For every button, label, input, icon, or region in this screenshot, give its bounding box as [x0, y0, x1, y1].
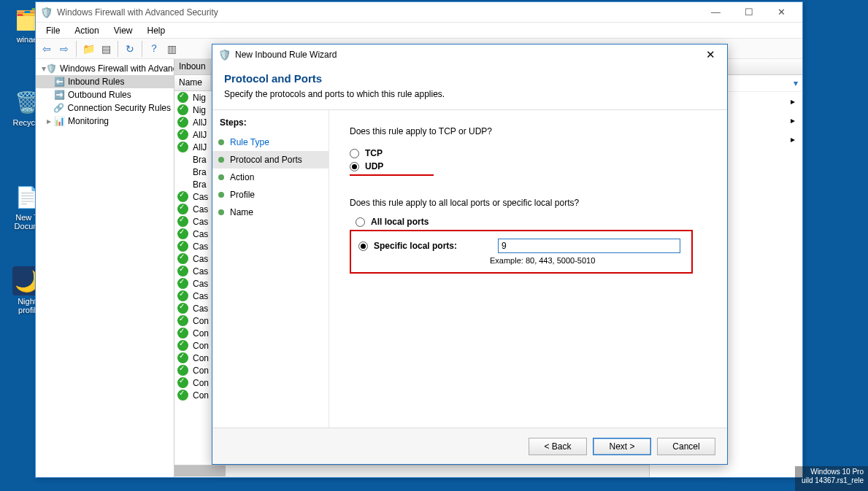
- list-icon[interactable]: ▤: [98, 41, 114, 57]
- step-link[interactable]: Rule Type: [230, 137, 269, 147]
- enabled-icon: [177, 303, 188, 314]
- rule-name: Cas: [193, 217, 208, 227]
- help-icon[interactable]: ？: [146, 41, 162, 57]
- radio-icon[interactable]: [358, 241, 368, 251]
- rule-name: AllJ: [193, 142, 207, 152]
- wizard-header: Protocol and Ports Specify the protocols…: [212, 65, 727, 109]
- highlight-underline: [350, 174, 434, 176]
- firewall-icon: 🛡️: [46, 63, 57, 74]
- enabled-icon: [177, 365, 188, 376]
- rule-name: Cas: [193, 192, 208, 202]
- step-name[interactable]: Name: [212, 204, 329, 221]
- enabled-icon: [177, 278, 188, 289]
- close-button[interactable]: ✕: [765, 3, 798, 22]
- close-button[interactable]: ✕: [699, 46, 721, 63]
- enabled-icon: [177, 290, 188, 301]
- scrollbar-thumb[interactable]: [174, 465, 226, 476]
- enabled-icon: [177, 266, 188, 277]
- enabled-icon: [177, 328, 188, 339]
- question-ports: Does this rule apply to all local ports …: [350, 198, 707, 208]
- properties-icon[interactable]: ▥: [164, 41, 180, 57]
- wizard-titlebar[interactable]: 🛡️ New Inbound Rule Wizard ✕: [212, 45, 727, 65]
- rule-name: Con: [193, 316, 209, 326]
- tree-item-monitoring[interactable]: ▸ 📊 Monitoring: [36, 115, 174, 128]
- separator: [118, 41, 118, 57]
- radio-icon[interactable]: [350, 162, 359, 171]
- enabled-icon: [177, 228, 188, 239]
- tree-root-item[interactable]: ▾ 🛡️ Windows Firewall with Advance: [36, 62, 174, 75]
- rule-name: Con: [193, 378, 209, 388]
- rule-name: Cas: [193, 254, 208, 264]
- radio-icon[interactable]: [356, 217, 365, 227]
- radio-tcp[interactable]: TCP: [350, 148, 707, 158]
- enabled-icon: [177, 377, 188, 388]
- wizard-content: Does this rule apply to TCP or UDP? TCP …: [329, 110, 727, 428]
- menu-file[interactable]: File: [39, 24, 67, 37]
- rule-name: AllJ: [193, 130, 207, 140]
- radio-label: TCP: [365, 148, 383, 158]
- wizard-icon: 🛡️: [218, 49, 231, 61]
- rule-name: Con: [193, 366, 209, 376]
- titlebar[interactable]: 🛡️ Windows Firewall with Advanced Securi…: [36, 2, 802, 23]
- enabled-icon: [177, 340, 188, 351]
- step-bullet-icon: [218, 209, 224, 215]
- step-protocol-ports[interactable]: Protocol and Ports: [212, 151, 329, 169]
- maximize-button[interactable]: ☐: [732, 3, 765, 22]
- enabled-icon: [177, 92, 188, 103]
- rule-name: Bra: [193, 167, 207, 177]
- step-bullet-icon: [218, 192, 224, 198]
- port-input[interactable]: [498, 239, 680, 253]
- step-action[interactable]: Action: [212, 169, 329, 186]
- radio-all-ports[interactable]: All local ports: [356, 217, 707, 227]
- folder-up-icon[interactable]: 📁: [80, 41, 96, 57]
- horizontal-scrollbar[interactable]: [174, 465, 649, 477]
- radio-udp[interactable]: UDP: [350, 161, 707, 171]
- minimize-button[interactable]: —: [699, 3, 732, 22]
- step-label: Profile: [230, 190, 255, 200]
- separator: [142, 41, 142, 57]
- col-name[interactable]: Name: [174, 75, 211, 90]
- expand-icon[interactable]: ▸: [45, 116, 53, 126]
- os-line2: uild 14367.rs1_rele: [799, 476, 864, 485]
- tree-item-outbound[interactable]: ➡️ Outbound Rules: [36, 88, 174, 101]
- menu-view[interactable]: View: [107, 24, 140, 37]
- tree-item-inbound[interactable]: ⬅️ Inbound Rules: [36, 75, 174, 88]
- rule-name: Cas: [193, 266, 208, 277]
- highlight-box: Specific local ports: Example: 80, 443, …: [350, 230, 693, 274]
- next-button[interactable]: Next >: [593, 438, 651, 455]
- chevron-right-icon: ▸: [791, 96, 795, 107]
- rule-name: Cas: [193, 241, 208, 252]
- menu-help[interactable]: Help: [140, 24, 173, 37]
- enabled-icon: [177, 216, 188, 227]
- back-button[interactable]: < Back: [529, 438, 587, 455]
- cancel-button[interactable]: Cancel: [657, 438, 715, 455]
- tree-label: Monitoring: [68, 116, 109, 126]
- back-icon[interactable]: ⇦: [39, 41, 55, 57]
- page-subtitle: Specify the protocols and ports to which…: [224, 89, 715, 99]
- question-protocol: Does this rule apply to TCP or UDP?: [350, 126, 707, 136]
- rule-name: Con: [193, 328, 209, 339]
- enabled-icon: [177, 390, 188, 401]
- enabled-icon: [177, 129, 188, 140]
- radio-label: All local ports: [371, 217, 429, 227]
- monitoring-icon: 📊: [53, 115, 65, 127]
- rule-name: Bra: [193, 155, 207, 165]
- radio-specific-ports[interactable]: Specific local ports:: [358, 239, 684, 253]
- refresh-icon[interactable]: ↻: [122, 41, 138, 57]
- menu-action[interactable]: Action: [67, 24, 106, 37]
- rule-name: Cas: [193, 229, 208, 239]
- dropdown-icon[interactable]: ▾: [794, 78, 798, 88]
- navigation-tree: ▾ 🛡️ Windows Firewall with Advance ⬅️ In…: [36, 59, 174, 477]
- tree-item-connection-security[interactable]: 🔗 Connection Security Rules: [36, 101, 174, 115]
- step-profile[interactable]: Profile: [212, 186, 329, 204]
- outbound-icon: ➡️: [53, 89, 65, 101]
- wizard-button-bar: < Back Next > Cancel: [212, 428, 727, 464]
- panel-header: Inboun: [174, 59, 211, 74]
- radio-icon[interactable]: [350, 149, 359, 158]
- step-label: Action: [230, 172, 254, 182]
- forward-icon[interactable]: ⇨: [56, 41, 72, 57]
- chevron-right-icon: ▸: [791, 134, 795, 144]
- wizard-dialog: 🛡️ New Inbound Rule Wizard ✕ Protocol an…: [212, 44, 728, 465]
- chevron-right-icon: ▸: [791, 115, 795, 125]
- step-rule-type[interactable]: Rule Type: [212, 134, 329, 151]
